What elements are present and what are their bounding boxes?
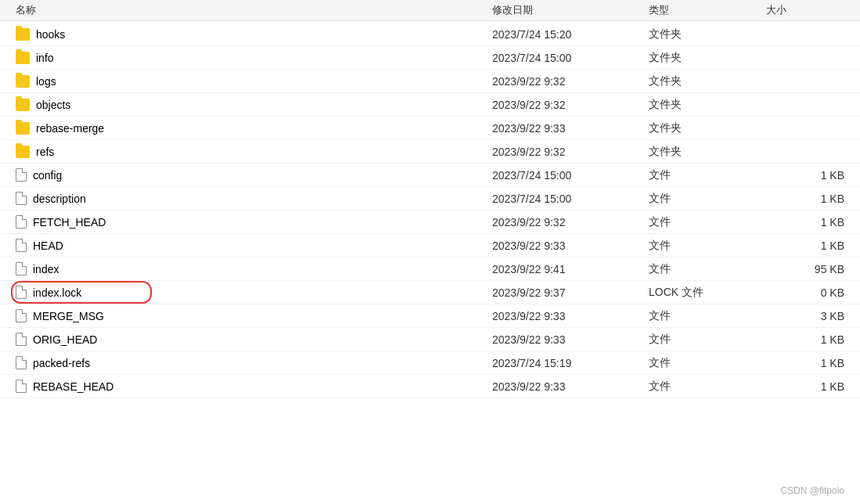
file-name-text: rebase-merge: [36, 122, 104, 135]
table-row[interactable]: MERGE_MSG2023/9/22 9:33文件3 KB: [0, 304, 860, 328]
file-icon: [16, 239, 27, 252]
file-type-cell: 文件: [649, 356, 766, 370]
file-name-cell: index.lock: [16, 286, 492, 299]
file-name-text: config: [33, 169, 62, 182]
table-row[interactable]: info2023/7/24 15:00文件夹: [0, 46, 860, 70]
file-date-cell: 2023/9/22 9:33: [492, 380, 649, 393]
file-name-text: MERGE_MSG: [33, 310, 104, 322]
folder-icon: [16, 146, 30, 158]
file-date-cell: 2023/7/24 15:00: [492, 52, 649, 64]
file-type-cell: 文件夹: [649, 27, 766, 41]
file-name-text: refs: [36, 146, 54, 158]
file-type-cell: 文件: [649, 168, 766, 182]
file-name-cell: REBASE_HEAD: [16, 380, 492, 393]
file-icon: [16, 333, 27, 346]
table-header: 名称 修改日期 类型 大小: [0, 0, 860, 21]
file-date-cell: 2023/9/22 9:33: [492, 122, 649, 135]
file-date-cell: 2023/9/22 9:33: [492, 239, 649, 252]
table-row[interactable]: packed-refs2023/7/24 15:19文件1 KB: [0, 351, 860, 375]
table-row[interactable]: FETCH_HEAD2023/9/22 9:32文件1 KB: [0, 211, 860, 234]
col-name: 名称: [16, 3, 492, 17]
file-size-cell: 1 KB: [766, 357, 844, 369]
file-type-cell: 文件夹: [649, 145, 766, 159]
file-name-cell: HEAD: [16, 239, 492, 252]
file-type-cell: 文件: [649, 380, 766, 394]
folder-icon: [16, 52, 30, 64]
file-icon: [16, 192, 27, 205]
file-date-cell: 2023/7/24 15:00: [492, 169, 649, 182]
table-row[interactable]: config2023/7/24 15:00文件1 KB: [0, 164, 860, 187]
file-name-text: info: [36, 52, 54, 64]
file-type-cell: 文件: [649, 239, 766, 253]
file-name-cell: refs: [16, 146, 492, 158]
file-name-cell: config: [16, 168, 492, 182]
file-name-cell: info: [16, 52, 492, 64]
file-date-cell: 2023/7/24 15:20: [492, 28, 649, 41]
file-icon: [16, 215, 27, 229]
file-name-text: FETCH_HEAD: [33, 216, 106, 229]
file-size-cell: 1 KB: [766, 193, 844, 205]
file-icon: [16, 309, 27, 322]
file-icon: [16, 262, 27, 275]
file-type-cell: 文件: [649, 192, 766, 206]
file-name-text: description: [33, 193, 86, 205]
file-size-cell: 1 KB: [766, 380, 844, 393]
file-name-cell: rebase-merge: [16, 122, 492, 135]
table-row[interactable]: description2023/7/24 15:00文件1 KB: [0, 187, 860, 211]
folder-icon: [16, 75, 30, 88]
file-size-cell: 1 KB: [766, 169, 844, 182]
file-type-cell: 文件: [649, 309, 766, 323]
file-date-cell: 2023/9/22 9:32: [492, 216, 649, 229]
folder-icon: [16, 28, 30, 41]
file-size-cell: 1 KB: [766, 216, 844, 229]
folder-icon: [16, 122, 30, 135]
file-size-cell: 0 KB: [766, 286, 844, 299]
file-name-text: index: [33, 263, 59, 275]
file-type-cell: 文件夹: [649, 98, 766, 112]
file-name-cell: MERGE_MSG: [16, 309, 492, 322]
file-explorer: 名称 修改日期 类型 大小 hooks2023/7/24 15:20文件夹inf…: [0, 0, 860, 504]
file-name-cell: description: [16, 192, 492, 205]
file-name-text: REBASE_HEAD: [33, 380, 113, 393]
watermark: CSDN @fitpolo: [780, 485, 844, 496]
file-size-cell: 1 KB: [766, 239, 844, 252]
file-date-cell: 2023/9/22 9:32: [492, 99, 649, 111]
file-date-cell: 2023/9/22 9:33: [492, 333, 649, 346]
file-type-cell: 文件夹: [649, 74, 766, 88]
file-size-cell: 3 KB: [766, 310, 844, 322]
file-name-cell: packed-refs: [16, 356, 492, 369]
file-name-text: packed-refs: [33, 357, 90, 369]
table-row[interactable]: rebase-merge2023/9/22 9:33文件夹: [0, 117, 860, 140]
file-name-cell: logs: [16, 75, 492, 88]
col-type: 类型: [649, 3, 766, 17]
file-name-cell: ORIG_HEAD: [16, 333, 492, 346]
file-name-cell: objects: [16, 99, 492, 111]
file-name-text: logs: [36, 75, 56, 88]
file-name-text: hooks: [36, 28, 65, 41]
table-row[interactable]: REBASE_HEAD2023/9/22 9:33文件1 KB: [0, 375, 860, 398]
table-row[interactable]: index.lock2023/9/22 9:37LOCK 文件0 KB: [0, 281, 860, 304]
table-row[interactable]: objects2023/9/22 9:32文件夹: [0, 93, 860, 117]
col-size: 大小: [766, 3, 844, 17]
table-row[interactable]: HEAD2023/9/22 9:33文件1 KB: [0, 234, 860, 257]
file-icon: [16, 356, 27, 369]
table-row[interactable]: index2023/9/22 9:41文件95 KB: [0, 257, 860, 281]
file-name-cell: FETCH_HEAD: [16, 215, 492, 229]
table-row[interactable]: ORIG_HEAD2023/9/22 9:33文件1 KB: [0, 328, 860, 351]
table-row[interactable]: logs2023/9/22 9:32文件夹: [0, 70, 860, 93]
file-type-cell: 文件: [649, 215, 766, 229]
file-icon: [16, 380, 27, 393]
table-body: hooks2023/7/24 15:20文件夹info2023/7/24 15:…: [0, 21, 860, 398]
file-type-cell: 文件: [649, 333, 766, 347]
file-date-cell: 2023/9/22 9:32: [492, 75, 649, 88]
table-row[interactable]: refs2023/9/22 9:32文件夹: [0, 140, 860, 164]
table-row[interactable]: hooks2023/7/24 15:20文件夹: [0, 23, 860, 46]
file-name-cell: index: [16, 262, 492, 275]
folder-icon: [16, 99, 30, 111]
file-icon: [16, 168, 27, 182]
file-name-text: HEAD: [33, 239, 63, 252]
file-date-cell: 2023/7/24 15:00: [492, 193, 649, 205]
file-type-cell: LOCK 文件: [649, 286, 766, 300]
file-name-text: ORIG_HEAD: [33, 333, 97, 346]
file-date-cell: 2023/7/24 15:19: [492, 357, 649, 369]
